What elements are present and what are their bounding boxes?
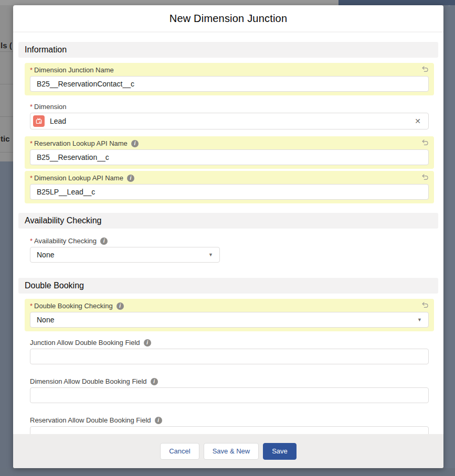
- background-navy-header: [338, 0, 455, 5]
- dimension-allow-input[interactable]: [30, 387, 429, 403]
- dimension-allow-label: Dimension Allow Double Booking Field: [30, 377, 147, 386]
- info-icon[interactable]: i: [144, 339, 151, 347]
- availability-checking-value: None: [37, 251, 208, 259]
- section-availability-label: Availability Checking: [25, 216, 101, 225]
- dimension-lookup-api-name-label: Dimension Lookup API Name: [34, 174, 123, 183]
- info-icon[interactable]: i: [151, 378, 158, 385]
- background-text-fragment: tic: [1, 134, 10, 143]
- field-dimension: * Dimension Lead ✕: [25, 100, 434, 132]
- dimension-junction-name-input[interactable]: [30, 76, 429, 92]
- dropdown-arrow-icon: ▼: [417, 317, 422, 322]
- info-glyph: i: [134, 140, 135, 146]
- junction-allow-input[interactable]: [30, 349, 429, 364]
- dropdown-arrow-icon: ▼: [208, 252, 213, 257]
- section-double-booking-label: Double Booking: [25, 281, 84, 290]
- field-double-booking-checking: * Double Booking Checking i None ▼: [25, 299, 434, 331]
- availability-checking-select[interactable]: None ▼: [30, 247, 220, 263]
- background-right-strip: [443, 5, 455, 476]
- clear-icon[interactable]: ✕: [414, 117, 422, 125]
- background-left-strip: ls ( tic: [0, 5, 13, 161]
- double-booking-checking-value: None: [37, 316, 417, 324]
- info-icon[interactable]: i: [155, 417, 162, 424]
- info-glyph: i: [103, 238, 105, 244]
- field-label-row: Junction Allow Double Booking Field i: [30, 338, 429, 348]
- field-label-row: * Dimension Junction Name: [30, 66, 429, 75]
- field-label-row: * Dimension Lookup API Name i: [30, 174, 429, 183]
- field-label-row: * Double Booking Checking i: [30, 301, 429, 311]
- modal-title: New Dimension Junction: [170, 13, 288, 25]
- info-icon[interactable]: i: [127, 175, 134, 182]
- modal-body: Information * Dimension Junction Name * …: [13, 33, 443, 445]
- junction-allow-label: Junction Allow Double Booking Field: [30, 338, 140, 348]
- dimension-selected-value: Lead: [50, 117, 414, 125]
- info-glyph: i: [146, 340, 148, 345]
- modal-header: New Dimension Junction: [13, 5, 443, 33]
- save-and-new-button[interactable]: Save & New: [204, 443, 259, 460]
- undo-icon[interactable]: [421, 138, 429, 149]
- background-left-lower: [0, 161, 13, 476]
- dimension-lookup-combobox[interactable]: Lead ✕: [30, 113, 429, 129]
- undo-icon[interactable]: [421, 65, 429, 75]
- reservation-lookup-api-name-input[interactable]: [30, 149, 429, 165]
- dimension-junction-name-label: Dimension Junction Name: [34, 66, 114, 75]
- reservation-allow-label: Reservation Allow Double Booking Field: [30, 416, 151, 425]
- field-label-row: * Availability Checking i: [30, 236, 429, 246]
- field-label-row: * Dimension: [30, 102, 429, 112]
- background-row-divider: [0, 84, 13, 84]
- background-text-fragment: ls (: [1, 41, 12, 50]
- background-top-band: [0, 0, 338, 5]
- info-glyph: i: [119, 303, 121, 309]
- required-marker: *: [30, 102, 33, 112]
- dimension-label: Dimension: [34, 102, 66, 112]
- background-row-divider: [0, 152, 13, 153]
- section-information-label: Information: [25, 45, 67, 55]
- reservation-lookup-api-name-label: Reservation Lookup API Name: [34, 139, 128, 148]
- section-double-booking: Double Booking: [18, 278, 438, 294]
- section-information: Information: [18, 42, 438, 58]
- background-row-divider: [0, 116, 13, 117]
- info-glyph: i: [130, 175, 131, 181]
- save-button[interactable]: Save: [263, 443, 297, 460]
- info-glyph: i: [153, 378, 155, 384]
- double-booking-checking-select[interactable]: None ▼: [30, 312, 429, 328]
- field-reservation-lookup-api-name: * Reservation Lookup API Name i: [25, 136, 434, 169]
- lead-object-icon: [33, 115, 45, 127]
- field-label-row: Dimension Allow Double Booking Field i: [30, 377, 429, 386]
- required-marker: *: [30, 139, 33, 148]
- required-marker: *: [30, 66, 33, 75]
- required-marker: *: [30, 174, 33, 183]
- background-bottom-strip: [0, 468, 455, 476]
- undo-icon[interactable]: [421, 301, 429, 311]
- required-marker: *: [30, 301, 33, 311]
- info-glyph: i: [157, 417, 159, 423]
- undo-icon[interactable]: [421, 173, 429, 183]
- field-dimension-allow-double-booking: Dimension Allow Double Booking Field i: [25, 374, 434, 406]
- field-availability-checking: * Availability Checking i None ▼: [25, 234, 434, 265]
- new-dimension-junction-modal: New Dimension Junction Information * Dim…: [13, 5, 443, 468]
- cancel-button[interactable]: Cancel: [160, 443, 199, 460]
- required-marker: *: [30, 236, 33, 246]
- field-dimension-lookup-api-name: * Dimension Lookup API Name i: [25, 171, 434, 203]
- availability-checking-label: Availability Checking: [34, 236, 97, 246]
- field-label-row: * Reservation Lookup API Name i: [30, 139, 429, 148]
- dimension-lookup-api-name-input[interactable]: [30, 184, 429, 200]
- info-icon[interactable]: i: [100, 237, 108, 245]
- field-junction-allow-double-booking: Junction Allow Double Booking Field i: [25, 336, 434, 367]
- background-row-divider: [0, 51, 13, 52]
- info-icon[interactable]: i: [131, 140, 139, 147]
- modal-footer: Cancel Save & New Save: [13, 434, 443, 468]
- section-availability-checking: Availability Checking: [18, 213, 438, 229]
- field-label-row: Reservation Allow Double Booking Field i: [30, 416, 429, 425]
- info-icon[interactable]: i: [117, 302, 124, 310]
- field-dimension-junction-name: * Dimension Junction Name: [25, 63, 434, 95]
- double-booking-checking-label: Double Booking Checking: [34, 301, 113, 311]
